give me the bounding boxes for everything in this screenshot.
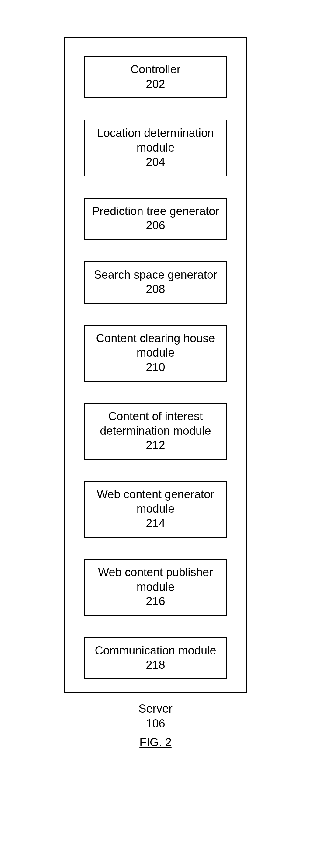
server-caption: Server 106 (138, 701, 173, 732)
module-communication: Communication module 218 (84, 637, 227, 679)
module-content-clearing-house: Content clearing house module 210 (84, 325, 227, 382)
figure-label: FIG. 2 (139, 736, 172, 749)
module-content-of-interest-determination: Content of interest determination module… (84, 403, 227, 460)
module-number: 208 (88, 282, 223, 297)
module-label: Web content publisher module (88, 565, 223, 594)
module-location-determination: Location determination module 204 (84, 120, 227, 177)
module-label: Prediction tree generator (88, 204, 223, 219)
module-search-space-generator: Search space generator 208 (84, 261, 227, 304)
module-label: Communication module (88, 644, 223, 658)
module-label: Web content generator module (88, 487, 223, 516)
module-web-content-publisher: Web content publisher module 216 (84, 559, 227, 616)
module-number: 206 (88, 218, 223, 233)
module-number: 214 (88, 516, 223, 531)
module-label: Location determination module (88, 126, 223, 155)
caption-label: Server (138, 702, 173, 715)
module-number: 210 (88, 360, 223, 375)
module-label: Content clearing house module (88, 331, 223, 360)
diagram-wrapper: Controller 202 Location determination mo… (64, 36, 247, 749)
module-number: 216 (88, 594, 223, 609)
module-number: 212 (88, 438, 223, 453)
module-web-content-generator: Web content generator module 214 (84, 481, 227, 538)
module-label: Search space generator (88, 268, 223, 282)
module-number: 204 (88, 155, 223, 169)
module-controller: Controller 202 (84, 56, 227, 98)
module-label: Controller (88, 62, 223, 77)
server-container-box: Controller 202 Location determination mo… (64, 36, 247, 693)
module-number: 218 (88, 658, 223, 672)
module-prediction-tree-generator: Prediction tree generator 206 (84, 198, 227, 240)
caption-number: 106 (146, 717, 165, 730)
module-label: Content of interest determination module (88, 409, 223, 438)
module-number: 202 (88, 77, 223, 92)
